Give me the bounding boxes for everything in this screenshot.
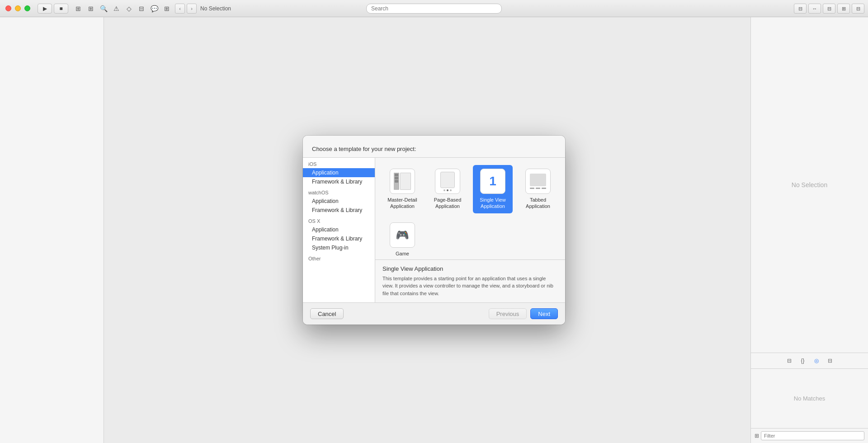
single-view-icon: 1	[480, 169, 505, 194]
inspector-toggle-1[interactable]: ⊟	[794, 4, 807, 14]
dialog-footer: Cancel Previous Next	[303, 302, 565, 325]
next-button[interactable]: Next	[530, 308, 558, 319]
chat-icon[interactable]: 💬	[150, 4, 159, 13]
template-page-based[interactable]: Page-BasedApplication	[428, 165, 467, 213]
inspector-toggle-3[interactable]: ⊟	[823, 4, 835, 14]
dialog-category-list: iOS Application Framework & Library watc…	[303, 158, 375, 302]
single-view-number: 1	[489, 174, 496, 189]
right-panel-bottom-header: ⊟ {} ◎ ⊟	[751, 353, 868, 369]
watchos-application-item[interactable]: Application	[303, 197, 375, 206]
osx-section: OS X Application Framework & Library Sys…	[303, 215, 375, 252]
previous-button[interactable]: Previous	[489, 308, 527, 319]
breadcrumb-label: No Selection	[197, 5, 231, 12]
search-icon[interactable]: 🔍	[99, 4, 108, 13]
desc-title: Single View Application	[382, 265, 558, 272]
trash-icon[interactable]: ⊟	[826, 357, 834, 365]
osx-header: OS X	[303, 215, 375, 225]
grid-icon[interactable]: ⊞	[86, 4, 95, 13]
inspector-toggle-2[interactable]: ↔	[808, 4, 821, 14]
braces-icon[interactable]: {}	[799, 357, 807, 365]
maximize-button[interactable]	[24, 5, 30, 11]
dialog-title: Choose a template for your new project:	[312, 146, 416, 152]
nav-back-button[interactable]: ‹	[175, 4, 185, 14]
single-view-label: Single ViewApplication	[480, 197, 505, 210]
search-input[interactable]	[366, 4, 502, 14]
other-header: Other	[303, 252, 375, 263]
right-panel: No Selection ⊟ {} ◎ ⊟ No Matches ⊞	[750, 17, 868, 443]
template-game[interactable]: 🎮 Game	[382, 219, 422, 260]
ios-application-item[interactable]: Application	[303, 168, 375, 177]
titlebar: ▶ ■ ⊞ ⊞ 🔍 ⚠ ◇ ⊟ 💬 ⊞ ‹ › No Selection ⊟ ↔…	[0, 0, 868, 17]
template-tabbed[interactable]: TabbedApplication	[518, 165, 558, 213]
game-label: Game	[396, 250, 409, 257]
game-icon: 🎮	[390, 222, 415, 248]
image-icon[interactable]: ⊞	[162, 4, 171, 13]
dialog-body: iOS Application Framework & Library watc…	[303, 158, 565, 302]
osx-framework-item[interactable]: Framework & Library	[303, 234, 375, 243]
tabbed-label: TabbedApplication	[526, 197, 550, 210]
toolbar-icons: ⊞ ⊞ 🔍 ⚠ ◇ ⊟ 💬 ⊞	[68, 4, 171, 13]
stop-button[interactable]: ■	[54, 4, 68, 14]
search-bar-container	[366, 4, 502, 14]
nav-button-group: Previous Next	[489, 308, 558, 319]
close-button[interactable]	[5, 5, 11, 11]
traffic-lights	[0, 5, 30, 11]
dialog-right: Master-DetailApplication	[375, 158, 565, 302]
target-icon[interactable]: ◎	[812, 357, 821, 365]
inspector-toggle-4[interactable]: ⊞	[837, 4, 850, 14]
table-icon[interactable]: ⊟	[137, 4, 146, 13]
run-button[interactable]: ▶	[38, 4, 52, 14]
grid-view-icon[interactable]: ⊞	[755, 433, 759, 439]
no-matches-text: No Matches	[794, 395, 825, 402]
ios-framework-item[interactable]: Framework & Library	[303, 177, 375, 186]
file-inspector-icon[interactable]: ⊟	[785, 357, 793, 365]
osx-application-item[interactable]: Application	[303, 225, 375, 234]
cancel-button[interactable]: Cancel	[310, 308, 344, 319]
file-icon[interactable]: ⊞	[74, 4, 83, 13]
page-based-icon	[435, 169, 460, 194]
watchos-section: watchOS Application Framework & Library	[303, 186, 375, 215]
minimize-button[interactable]	[15, 5, 21, 11]
right-panel-bottom: ⊟ {} ◎ ⊟ No Matches ⊞	[751, 353, 868, 443]
watchos-header: watchOS	[303, 186, 375, 197]
filter-bar: ⊞	[751, 428, 868, 443]
template-single-view[interactable]: 1 Single ViewApplication	[473, 165, 513, 213]
new-project-dialog[interactable]: Choose a template for your new project: …	[303, 136, 565, 325]
game-emoji: 🎮	[396, 229, 409, 241]
diamond-icon[interactable]: ◇	[124, 4, 133, 13]
templates-grid: Master-DetailApplication	[375, 158, 565, 260]
page-based-label: Page-BasedApplication	[434, 197, 462, 210]
toolbar-buttons: ▶ ■	[30, 4, 68, 14]
no-selection-text: No Selection	[792, 181, 827, 189]
master-detail-icon	[390, 169, 415, 194]
tabbed-icon	[525, 169, 551, 194]
osx-plugin-item[interactable]: System Plug-in	[303, 243, 375, 252]
filter-input[interactable]	[761, 431, 864, 440]
other-section: Other	[303, 252, 375, 263]
template-master-detail[interactable]: Master-DetailApplication	[382, 165, 422, 213]
dialog-header: Choose a template for your new project:	[303, 136, 565, 158]
left-sidebar	[0, 17, 104, 443]
watchos-framework-item[interactable]: Framework & Library	[303, 206, 375, 215]
nav-buttons: ‹ ›	[171, 4, 197, 14]
master-detail-label: Master-DetailApplication	[387, 197, 417, 210]
nav-forward-button[interactable]: ›	[187, 4, 197, 14]
ios-header: iOS	[303, 158, 375, 168]
right-panel-top: No Selection	[751, 17, 868, 353]
desc-text: This template provides a starting point …	[382, 275, 558, 297]
right-toolbar: ⊟ ↔ ⊟ ⊞ ⊟	[794, 0, 868, 17]
warning-icon[interactable]: ⚠	[112, 4, 121, 13]
dialog-description: Single View Application This template pr…	[375, 260, 565, 303]
no-matches-container: No Matches	[751, 369, 868, 428]
ios-section: iOS Application Framework & Library	[303, 158, 375, 186]
inspector-toggle-5[interactable]: ⊟	[852, 4, 864, 14]
